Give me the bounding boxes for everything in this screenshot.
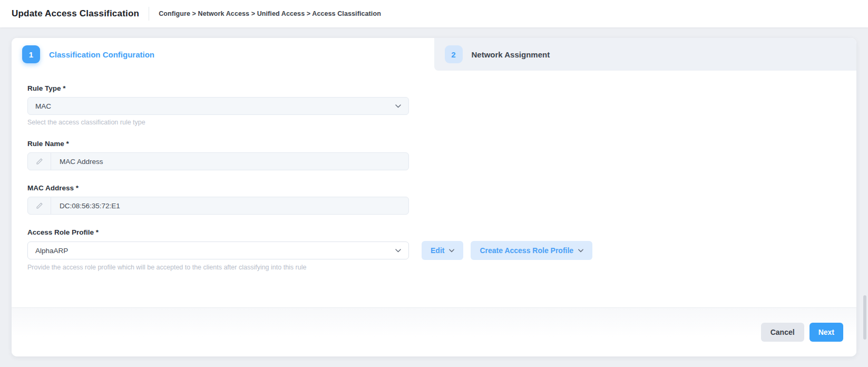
page-title: Update Access Classification: [12, 8, 139, 19]
rule-type-select[interactable]: MAC: [27, 97, 409, 115]
access-role-profile-group: Access Role Profile * AlphaARP Edit Crea…: [27, 228, 841, 271]
page-header: Update Access Classification Configure >…: [0, 0, 868, 27]
wizard-card: 1 Classification Configuration 2 Network…: [12, 38, 856, 356]
edit-button-label: Edit: [431, 246, 444, 255]
cancel-button[interactable]: Cancel: [761, 323, 804, 342]
next-button[interactable]: Next: [810, 323, 843, 342]
breadcrumb[interactable]: Configure > Network Access > Unified Acc…: [159, 10, 381, 17]
tab-classification-configuration[interactable]: 1 Classification Configuration: [12, 38, 434, 71]
chevron-down-icon: [395, 249, 401, 253]
rule-type-helper: Select the access classification rule ty…: [27, 119, 841, 126]
access-role-profile-helper: Provide the access role profile which wi…: [27, 264, 841, 271]
chevron-down-icon: [395, 104, 401, 108]
step-1-badge: 1: [22, 45, 40, 63]
step-2-label: Network Assignment: [472, 50, 550, 59]
access-role-profile-value: AlphaARP: [35, 247, 68, 255]
mac-address-input[interactable]: DC:08:56:35:72:E1: [27, 197, 409, 215]
classification-form: Rule Type * MAC Select the access classi…: [12, 71, 856, 307]
create-access-role-profile-label: Create Access Role Profile: [480, 246, 573, 255]
wizard-steps: 1 Classification Configuration 2 Network…: [12, 38, 856, 71]
mac-address-group: MAC Address * DC:08:56:35:72:E1: [27, 184, 841, 215]
access-role-profile-row: AlphaARP Edit Create Access Role Profile: [27, 241, 841, 260]
wizard-footer: Cancel Next: [12, 307, 856, 356]
chevron-down-icon: [578, 249, 583, 253]
access-role-profile-select[interactable]: AlphaARP: [27, 242, 409, 259]
chevron-down-icon: [449, 249, 454, 253]
pencil-icon: [28, 197, 51, 214]
step-1-label: Classification Configuration: [49, 50, 154, 59]
tab-network-assignment[interactable]: 2 Network Assignment: [434, 38, 857, 71]
edit-button[interactable]: Edit: [422, 241, 463, 260]
rule-name-input[interactable]: MAC Address: [27, 152, 409, 170]
rule-name-group: Rule Name * MAC Address: [27, 140, 841, 170]
rule-type-label: Rule Type *: [27, 84, 841, 92]
header-divider: [149, 7, 149, 21]
step-2-badge: 2: [445, 45, 463, 63]
create-access-role-profile-button[interactable]: Create Access Role Profile: [471, 241, 592, 260]
pencil-icon: [28, 153, 51, 170]
rule-type-value: MAC: [35, 102, 51, 110]
rule-name-label: Rule Name *: [27, 140, 841, 148]
mac-address-value: DC:08:56:35:72:E1: [51, 202, 129, 210]
vertical-scrollbar-thumb[interactable]: [863, 295, 866, 340]
rule-type-group: Rule Type * MAC Select the access classi…: [27, 84, 841, 126]
mac-address-label: MAC Address *: [27, 184, 841, 192]
access-role-profile-label: Access Role Profile *: [27, 228, 841, 236]
rule-name-value: MAC Address: [51, 158, 112, 166]
